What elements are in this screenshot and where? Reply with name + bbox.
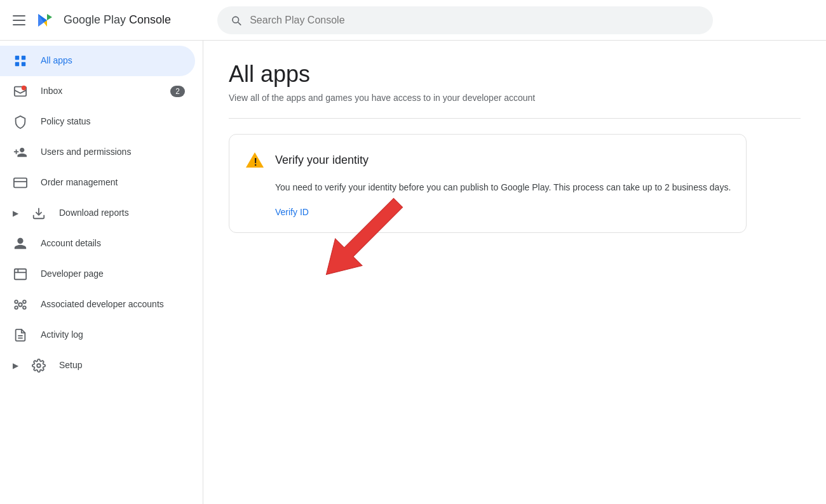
sidebar-item-developer-page-label: Developer page	[41, 268, 185, 281]
expand-arrow-setup: ▶	[13, 361, 18, 370]
logo-text: Google Play Console	[64, 13, 171, 27]
gear-icon	[31, 358, 46, 373]
page-title: All apps	[229, 61, 801, 88]
svg-rect-10	[15, 269, 26, 280]
credit-card-icon	[13, 175, 28, 190]
warning-icon: !	[245, 150, 265, 170]
sidebar-item-account-details-label: Account details	[41, 237, 185, 250]
search-icon	[230, 14, 242, 27]
alert-title: Verify your identity	[275, 154, 369, 167]
svg-rect-1	[15, 56, 19, 60]
alert-card: ! Verify your identity You need to verif…	[229, 134, 747, 233]
sidebar-item-associated-accounts-label: Associated developer accounts	[41, 298, 185, 311]
sidebar-item-setup-label: Setup	[59, 359, 185, 372]
svg-point-14	[15, 300, 18, 303]
sidebar-item-inbox-label: Inbox	[41, 85, 158, 98]
download-icon	[31, 206, 46, 221]
sidebar: All apps Inbox 2 Policy status	[0, 41, 203, 504]
svg-rect-3	[15, 62, 19, 66]
logo-area: Google Play Console	[10, 9, 207, 32]
sidebar-item-activity-log[interactable]: Activity log	[0, 320, 195, 350]
expand-arrow-download: ▶	[13, 209, 18, 218]
page-subtitle: View all of the apps and games you have …	[229, 93, 801, 103]
sidebar-item-setup[interactable]: ▶ Setup	[0, 350, 195, 381]
svg-point-6	[22, 86, 26, 90]
verify-id-link[interactable]: Verify ID	[245, 207, 731, 217]
main-content: All apps View all of the apps and games …	[203, 41, 826, 504]
svg-point-17	[23, 306, 26, 309]
sidebar-item-users-permissions[interactable]: Users and permissions	[0, 137, 195, 168]
svg-point-15	[23, 300, 26, 303]
divider	[229, 118, 801, 119]
person-add-icon	[13, 145, 28, 160]
circles-icon	[13, 297, 28, 312]
shield-icon	[13, 114, 28, 129]
hamburger-button[interactable]	[10, 13, 28, 28]
document-icon	[13, 328, 28, 343]
sidebar-item-activity-log-label: Activity log	[41, 329, 185, 342]
svg-rect-2	[22, 56, 25, 60]
svg-point-13	[18, 303, 22, 307]
grid-icon	[13, 53, 28, 69]
sidebar-item-account-details[interactable]: Account details	[0, 229, 195, 259]
sidebar-item-inbox[interactable]: Inbox 2	[0, 76, 195, 107]
sidebar-item-policy-status[interactable]: Policy status	[0, 107, 195, 137]
layout: All apps Inbox 2 Policy status	[0, 41, 826, 504]
sidebar-item-download-reports[interactable]: ▶ Download reports	[0, 198, 195, 229]
inbox-badge: 2	[170, 86, 185, 97]
alert-body: You need to verify your identity before …	[245, 180, 731, 194]
sidebar-item-associated-accounts[interactable]: Associated developer accounts	[0, 289, 195, 320]
sidebar-item-users-permissions-label: Users and permissions	[41, 146, 185, 159]
sidebar-item-all-apps-label: All apps	[41, 55, 185, 67]
sidebar-item-policy-status-label: Policy status	[41, 116, 185, 128]
sidebar-item-developer-page[interactable]: Developer page	[0, 259, 195, 289]
sidebar-item-download-reports-label: Download reports	[59, 207, 185, 220]
svg-point-20	[37, 364, 41, 368]
svg-rect-4	[22, 62, 25, 66]
search-input[interactable]	[250, 15, 700, 26]
sidebar-item-order-management[interactable]: Order management	[0, 168, 195, 198]
svg-text:!: !	[254, 157, 257, 168]
alert-header: ! Verify your identity	[245, 150, 731, 170]
play-console-logo	[34, 9, 57, 32]
search-bar[interactable]	[217, 6, 713, 34]
person-icon	[13, 236, 28, 251]
sidebar-item-order-management-label: Order management	[41, 176, 185, 189]
inbox-icon	[13, 84, 28, 99]
svg-point-16	[15, 306, 18, 309]
svg-rect-7	[14, 178, 27, 188]
header: Google Play Console	[0, 0, 826, 41]
browser-icon	[13, 267, 28, 282]
sidebar-item-all-apps[interactable]: All apps	[0, 46, 195, 76]
